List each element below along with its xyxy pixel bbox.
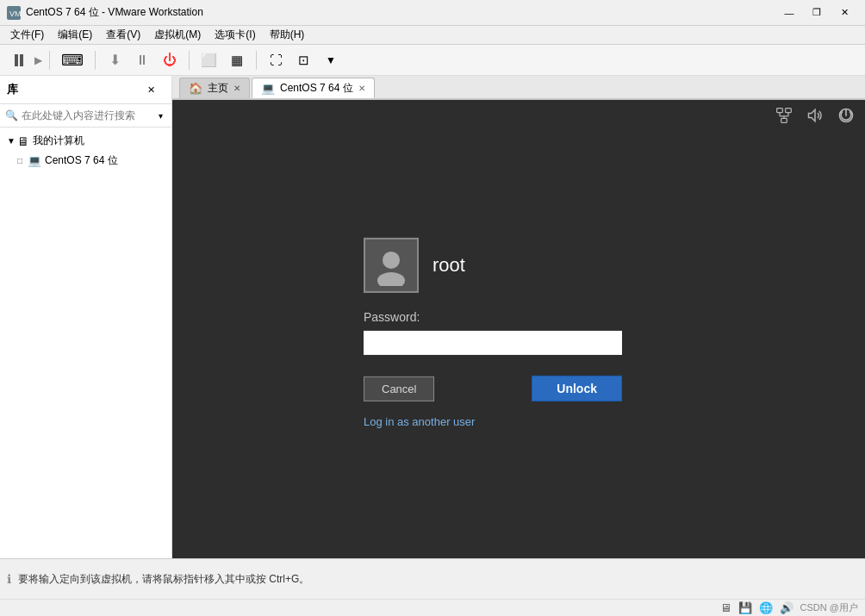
user-avatar — [364, 238, 419, 293]
toolbar-sep-1 — [49, 51, 50, 70]
svg-rect-3 — [786, 109, 792, 113]
tab-home[interactable]: 🏠 主页 ✕ — [179, 78, 250, 98]
tab-centos-label: CentOS 7 64 位 — [280, 81, 353, 96]
audio-status-icon[interactable]: 🔊 — [780, 601, 793, 614]
search-input[interactable] — [22, 109, 151, 121]
snapshot-mgr-button[interactable]: ▦ — [225, 48, 249, 72]
sidebar-search-bar: 🔍 ▾ — [0, 104, 171, 128]
title-bar: VM CentOS 7 64 位 - VMware Workstation — … — [0, 0, 865, 26]
unity-btn2[interactable]: ▼ — [319, 48, 343, 72]
svg-text:VM: VM — [9, 9, 21, 18]
tree-child-icon: □ — [17, 156, 28, 165]
tree-expand-icon: ▼ — [7, 136, 17, 146]
svg-marker-9 — [809, 109, 816, 121]
power-on-button[interactable]: ⬇ — [103, 48, 127, 72]
menu-tabs[interactable]: 选项卡(I) — [208, 26, 262, 44]
login-as-another-link[interactable]: Log in as another user — [364, 415, 475, 428]
user-row: root — [364, 238, 465, 293]
menu-help[interactable]: 帮助(H) — [263, 26, 312, 44]
bottom-hint-text: 要将输入定向到该虚拟机，请将鼠标指针移入其中或按 Ctrl+G。 — [18, 572, 309, 587]
avatar-svg — [370, 245, 412, 286]
tabs-bar: 🏠 主页 ✕ 💻 CentOS 7 64 位 ✕ — [172, 76, 865, 100]
network-status-icon[interactable]: 🌐 — [759, 601, 773, 614]
unlock-button[interactable]: Unlock — [532, 376, 622, 401]
svg-rect-2 — [777, 109, 783, 113]
main-container: 库 ✕ 🔍 ▾ ▼ 🖥 我的计算机 □ 💻 CentOS 7 64 位 — [0, 76, 865, 558]
vm-tab-icon: 💻 — [261, 82, 275, 95]
password-label: Password: — [364, 310, 420, 324]
tree-label-my-computer: 我的计算机 — [33, 134, 84, 148]
home-icon: 🏠 — [189, 82, 202, 95]
toolbar-sep-4 — [256, 51, 257, 70]
menu-view[interactable]: 查看(V) — [99, 26, 147, 44]
sidebar-tree: ▼ 🖥 我的计算机 □ 💻 CentOS 7 64 位 — [0, 128, 171, 558]
csdn-label: CSDN @用户 — [800, 601, 858, 614]
fullscreen-button[interactable]: ⛶ — [264, 48, 288, 72]
network-icon[interactable] — [775, 107, 793, 128]
sidebar-header: 库 ✕ — [0, 76, 171, 104]
sidebar-title: 库 — [7, 82, 18, 97]
vm-screen[interactable]: root Password: Cancel Unlock Log in as a… — [172, 100, 865, 558]
sidebar: 库 ✕ 🔍 ▾ ▼ 🖥 我的计算机 □ 💻 CentOS 7 64 位 — [0, 76, 172, 558]
computer-icon: 🖥 — [17, 134, 29, 148]
username-label: root — [432, 254, 465, 277]
vm-icon: 💻 — [28, 154, 41, 167]
login-area: root Password: Cancel Unlock Log in as a… — [364, 238, 674, 428]
search-icon: 🔍 — [5, 109, 18, 121]
tab-home-label: 主页 — [208, 81, 228, 96]
vm-screen-toolbar — [775, 107, 855, 128]
toolbar-sep-2 — [95, 51, 96, 70]
toolbar-sep-3 — [189, 51, 190, 70]
tree-item-my-computer[interactable]: ▼ 🖥 我的计算机 — [0, 131, 171, 151]
power-off-button[interactable]: ⏻ — [158, 48, 182, 72]
search-dropdown-button[interactable]: ▾ — [154, 108, 166, 123]
menu-edit[interactable]: 编辑(E) — [51, 26, 99, 44]
pause-button[interactable] — [7, 48, 31, 72]
volume-icon[interactable] — [806, 107, 824, 128]
suspend-button[interactable]: ⏸ — [130, 48, 154, 72]
window-title: CentOS 7 64 位 - VMware Workstation — [26, 5, 775, 20]
hdd-icon[interactable]: 💾 — [738, 601, 752, 614]
unity-button[interactable]: ⊡ — [291, 48, 315, 72]
button-row: Cancel Unlock — [364, 376, 622, 401]
info-icon: ℹ — [7, 572, 11, 586]
status-bar: 🖥 💾 🌐 🔊 CSDN @用户 — [0, 599, 865, 616]
power-icon[interactable] — [837, 107, 855, 128]
tab-centos-close[interactable]: ✕ — [358, 84, 365, 93]
tab-home-close[interactable]: ✕ — [233, 84, 240, 93]
status-bar-right: 🖥 💾 🌐 🔊 CSDN @用户 — [720, 601, 858, 614]
svg-point-13 — [377, 272, 405, 286]
password-input[interactable] — [364, 331, 622, 355]
monitor-icon[interactable]: 🖥 — [720, 601, 731, 614]
app-icon: VM — [7, 6, 21, 20]
window-controls: — ❐ ✕ — [775, 4, 858, 22]
menu-file[interactable]: 文件(F) — [3, 26, 51, 44]
menu-bar: 文件(F) 编辑(E) 查看(V) 虚拟机(M) 选项卡(I) 帮助(H) — [0, 26, 865, 45]
bottom-bar: ℹ 要将输入定向到该虚拟机，请将鼠标指针移入其中或按 Ctrl+G。 — [0, 558, 865, 599]
tree-item-centos[interactable]: □ 💻 CentOS 7 64 位 — [0, 151, 171, 171]
snapshot-button[interactable]: ⬜ — [196, 48, 221, 72]
minimize-button[interactable]: — — [775, 4, 803, 22]
menu-vm[interactable]: 虚拟机(M) — [147, 26, 208, 44]
close-button[interactable]: ✕ — [831, 4, 858, 22]
tree-label-centos: CentOS 7 64 位 — [45, 153, 118, 168]
toolbar: ▶ ⌨ ⬇ ⏸ ⏻ ⬜ ▦ ⛶ ⊡ ▼ — [0, 45, 865, 76]
sidebar-close-button[interactable]: ✕ — [137, 81, 165, 98]
cancel-button[interactable]: Cancel — [364, 376, 434, 401]
restore-button[interactable]: ❐ — [803, 4, 831, 22]
tab-centos[interactable]: 💻 CentOS 7 64 位 ✕ — [252, 78, 375, 98]
svg-rect-4 — [781, 118, 787, 122]
svg-point-12 — [383, 252, 400, 269]
send-ctrl-alt-del-button[interactable]: ⌨ — [57, 48, 88, 72]
content-wrapper: 🏠 主页 ✕ 💻 CentOS 7 64 位 ✕ — [172, 76, 865, 558]
